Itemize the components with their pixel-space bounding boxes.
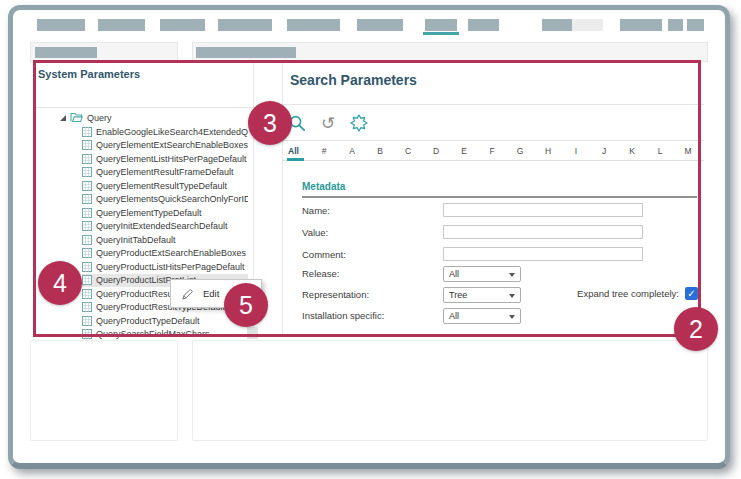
expand-tree-option: Expand tree completely:✓ [577,287,698,300]
table-icon [82,262,92,272]
divider [282,104,704,105]
representation-select[interactable]: Tree [443,287,521,303]
alphabet-tab-e[interactable]: E [450,142,478,160]
table-icon [82,248,92,258]
alphabet-tab-c[interactable]: C [394,142,422,160]
tree-item-label: QueryProductListHitsPerPageDefault [96,262,245,272]
tree-item[interactable]: QueryElementResultFrameDefault [82,166,248,179]
tree-item-label: QueryElementExtSearchEnableBoxes [96,140,248,150]
table-icon [82,181,92,191]
tree-item[interactable]: QueryProductListHitsPerPageDefault [82,260,248,273]
alphabet-tab-d[interactable]: D [422,142,450,160]
left-section-label-placeholder [35,47,97,58]
tree-item[interactable]: QueryElementExtSearchEnableBoxes [82,139,248,152]
release-select[interactable]: All [443,266,521,282]
nav-item-placeholder[interactable] [287,19,340,31]
chevron-down-icon [509,294,515,298]
form-row: Release:All [302,266,704,284]
alphabet-tab-l[interactable]: L [646,142,674,160]
step-badge-3: 3 [248,101,292,145]
tree-item-label: EnableGoogleLikeSearch4ExtendedQuery [96,127,248,137]
tree-item[interactable]: QueryInitTabDefault [82,233,248,246]
field-label: Representation: [302,289,369,300]
table-icon [82,329,92,339]
alphabet-tab-h[interactable]: H [534,142,562,160]
alphabet-tab-j[interactable]: J [590,142,618,160]
screen: System Parameters Query EnableGoogleLike… [0,0,741,479]
alphabet-tab-i[interactable]: I [562,142,590,160]
burst-icon[interactable] [349,113,369,133]
form-row: Comment: [302,247,704,265]
field-label: Installation specific: [302,310,384,321]
alphabet-tab-b[interactable]: B [366,142,394,160]
tree-scrollbar-thumb[interactable] [247,327,258,339]
nav-icon-placeholder[interactable] [687,19,704,31]
alphabet-tab-a[interactable]: A [338,142,366,160]
nav-item-placeholder[interactable] [218,19,272,31]
tree-item-label: QueryElementTypeDefault [96,208,202,218]
divider [36,107,253,108]
tree-item[interactable]: QueryInitExtendedSearchDefault [82,220,248,233]
tree-item-label: QuerySearchFieldMaxChars [96,329,210,339]
nav-search-placeholder[interactable] [572,19,603,31]
pencil-icon [180,287,193,300]
nav-item-active-placeholder[interactable] [425,19,457,31]
alphabet-tab-f[interactable]: F [478,142,506,160]
search-parameters-title: Search Parameters [290,72,417,88]
tree-root-query[interactable]: Query [60,111,112,124]
alphabet-tab-m[interactable]: M [674,142,702,160]
alphabet-tab-k[interactable]: K [618,142,646,160]
tree-item[interactable]: QuerySearchFieldMaxChars [82,328,248,341]
divider [282,140,704,141]
installationspecific-select[interactable]: All [443,308,521,324]
nav-icon-placeholder[interactable] [668,19,683,31]
table-icon [82,221,92,231]
tree-item[interactable]: QueryElementsQuickSearchOnlyForIDNam [82,193,248,206]
name-input[interactable] [443,203,643,217]
nav-item-placeholder[interactable] [160,19,205,31]
alphabet-tab-#[interactable]: # [310,142,338,160]
field-label: Comment: [302,249,346,260]
select-value: All [449,269,459,279]
comment-input[interactable] [443,247,643,261]
tree-item-label: QueryElementListHitsPerPageDefault [96,154,247,164]
tree-root-label: Query [87,113,112,123]
alphabet-tab-bar: All#ABCDEFGHIJKLM [282,142,704,161]
lower-right-panel [192,340,708,441]
field-label: Name: [302,205,330,216]
tree-item-label: QueryProductResul [96,289,175,299]
table-icon [82,140,92,150]
nav-item-placeholder[interactable] [37,19,85,31]
form-row: Installation specific:All [302,308,704,326]
table-icon [82,127,92,137]
alphabet-tab-g[interactable]: G [506,142,534,160]
nav-item-placeholder[interactable] [542,19,572,31]
table-icon [82,316,92,326]
tree-item[interactable]: QueryProductExtSearchEnableBoxes [82,247,248,260]
expander-icon[interactable] [60,115,66,121]
right-section-label-placeholder [196,47,296,58]
table-icon [82,289,92,299]
context-menu-edit-item[interactable]: Edit [203,288,219,299]
table-icon [82,275,92,285]
lower-left-panel [30,340,178,441]
alphabet-tab-all[interactable]: All [282,142,310,160]
tree-item[interactable]: EnableGoogleLikeSearch4ExtendedQuery [82,125,248,138]
tree-item[interactable]: QueryProductTypeDefault [82,314,248,327]
select-value: Tree [449,290,467,300]
tree-item-label: QueryElementResultFrameDefault [96,167,234,177]
field-label: Release: [302,268,340,279]
expand-tree-checkbox[interactable]: ✓ [685,287,698,300]
value-input[interactable] [443,225,643,239]
search-toolbar: ↺ [287,113,369,133]
tree-item[interactable]: QueryElementListHitsPerPageDefault [82,152,248,165]
nav-item-placeholder[interactable] [98,19,145,31]
tree-item-label: QueryInitTabDefault [96,235,176,245]
tree-item[interactable]: QueryElementTypeDefault [82,206,248,219]
tree-item[interactable]: QueryElementResultTypeDefault [82,179,248,192]
nav-item-placeholder[interactable] [357,19,403,31]
nav-item-placeholder[interactable] [620,19,662,31]
table-icon [82,302,92,312]
undo-icon[interactable]: ↺ [318,113,338,133]
nav-item-placeholder[interactable] [468,19,499,31]
